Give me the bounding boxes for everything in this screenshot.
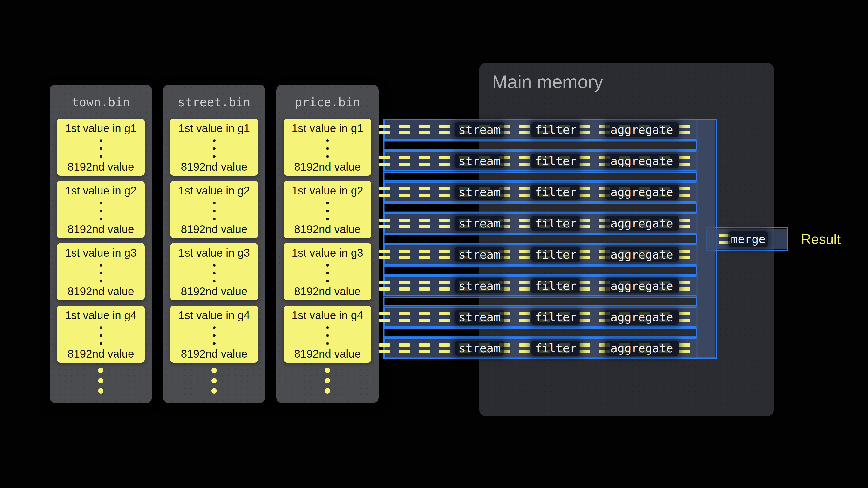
flow-dash [519,281,530,284]
stage-box-label: filter [535,154,577,168]
flow-dash [519,319,530,322]
merge-operator-label: merge [731,232,766,246]
stage-box-label: filter [535,185,577,199]
flow-dash [379,312,390,316]
flow-dash [379,225,390,228]
stage-box-stream: stream [455,185,504,199]
stage-box-label: aggregate [611,185,673,199]
flow-dash [519,312,530,316]
flow-dash [419,187,430,190]
flow-dash [399,131,410,134]
stage-box-stream: stream [455,216,504,231]
flow-dash [379,163,390,166]
flow-dash [579,156,590,159]
stage-box-stream: stream [455,247,504,262]
stage-box-label: aggregate [611,341,673,355]
diagram-canvas: Main memory town.bin1st value in g18192n… [0,0,868,488]
spine-fill [695,121,715,357]
stage-box-stream: stream [455,278,504,293]
stage-box-aggregate: aggregate [605,341,679,356]
flow-dash [439,312,450,316]
stage-box-label: stream [459,123,500,136]
stage-box-label: stream [459,248,500,261]
stage-box-label: aggregate [611,279,673,293]
stage-box-label: filter [535,123,577,136]
flow-dash [679,288,690,291]
stage-box-label: aggregate [611,248,673,261]
stage-box-aggregate: aggregate [605,154,679,168]
flow-dash [399,350,410,353]
stage-box-label: aggregate [611,123,673,136]
flow-dash [679,319,690,322]
flow-dash [679,281,690,284]
flow-dash [519,219,530,222]
flow-dash [379,281,390,284]
flow-dash [439,250,450,253]
flow-dash [439,194,450,197]
flow-dash [439,344,450,347]
queue-outline [384,235,696,243]
flow-dash [379,319,390,322]
flow-dash [439,350,450,353]
flow-dash [419,131,430,134]
stage-box-filter: filter [531,310,580,325]
flow-dash [419,288,430,291]
queue-outline [384,297,696,306]
flow-dash [579,256,590,259]
flow-dash [419,319,430,322]
flow-dash [419,281,430,284]
flow-dash [579,163,590,166]
flow-dash [379,187,390,190]
flow-dash [679,312,690,316]
merge-operator-box: merge [728,231,768,247]
flow-dash [679,225,690,228]
flow-dash [519,225,530,228]
flow-dash [519,288,530,291]
flow-dash [679,219,690,222]
flow-dash [519,350,530,353]
flow-dash [679,125,690,128]
queue-outline [384,172,696,181]
flow-dash [379,350,390,353]
stage-box-aggregate: aggregate [605,185,679,199]
flow-dash [579,219,590,222]
stage-box-aggregate: aggregate [605,247,679,262]
flow-dash [439,187,450,190]
flow-dash [379,288,390,291]
flow-dash [439,288,450,291]
flow-dash [439,281,450,284]
flow-dash [519,125,530,128]
flow-dash [419,312,430,316]
flow-dash [419,156,430,159]
stage-box-label: filter [535,248,577,261]
stage-box-aggregate: aggregate [605,216,679,231]
flow-dash [379,131,390,134]
flow-dash [399,125,410,128]
flow-dash [399,256,410,259]
flow-dash [679,194,690,197]
flow-dash [439,125,450,128]
stage-box-stream: stream [455,154,504,168]
flow-dash [679,163,690,166]
flow-dash [579,194,590,197]
flow-dash [579,350,590,353]
flow-dash [579,312,590,316]
flow-dash [679,344,690,347]
flow-dash [519,131,530,134]
flow-dash [579,125,590,128]
flow-dash [519,156,530,159]
flow-dash [439,163,450,166]
flow-dash [439,256,450,259]
flow-dash [379,344,390,347]
flow-dash [399,163,410,166]
flow-dash [379,219,390,222]
stage-box-label: filter [535,341,577,355]
flow-dash [399,344,410,347]
flow-dash [399,281,410,284]
flow-dash [399,187,410,190]
stage-box-label: aggregate [611,154,673,168]
stage-box-filter: filter [531,122,580,137]
flow-dash [419,256,430,259]
queue-outline [384,203,696,212]
flow-dash [439,319,450,322]
